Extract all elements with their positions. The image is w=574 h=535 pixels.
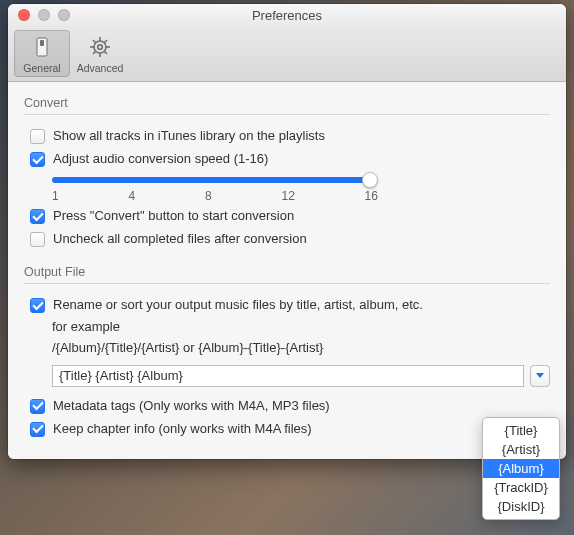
tab-general-label: General — [16, 62, 68, 74]
row-show-all[interactable]: Show all tracks in iTunes library on the… — [24, 125, 550, 148]
tick-1: 1 — [52, 189, 59, 203]
svg-point-3 — [98, 45, 103, 50]
checkbox-show-all[interactable] — [30, 129, 45, 144]
label-adjust-speed: Adjust audio conversion speed (1-16) — [53, 151, 268, 166]
example-line-2: /{Album}/{Title}/{Artist} or {Album}-{Ti… — [52, 338, 550, 359]
tab-advanced[interactable]: Advanced — [72, 30, 128, 77]
label-show-all: Show all tracks in iTunes library on the… — [53, 128, 325, 143]
slider-ticks: 1 4 8 12 16 — [52, 189, 378, 203]
preferences-window: Preferences General — [8, 4, 566, 459]
checkbox-chapter[interactable] — [30, 422, 45, 437]
gear-icon — [87, 34, 113, 60]
checkbox-adjust-speed[interactable] — [30, 152, 45, 167]
token-dropdown-button[interactable] — [530, 365, 550, 387]
toolbar: General — [8, 26, 566, 82]
convert-heading: Convert — [24, 96, 550, 110]
menu-item-trackid[interactable]: {TrackID} — [483, 478, 559, 497]
row-press-convert[interactable]: Press "Convert" button to start conversi… — [24, 205, 550, 228]
content: Convert Show all tracks in iTunes librar… — [8, 82, 566, 459]
row-rename[interactable]: Rename or sort your output music files b… — [24, 294, 550, 317]
menu-item-artist[interactable]: {Artist} — [483, 440, 559, 459]
label-rename: Rename or sort your output music files b… — [53, 297, 423, 312]
label-uncheck-completed: Uncheck all completed files after conver… — [53, 231, 307, 246]
label-press-convert: Press "Convert" button to start conversi… — [53, 208, 294, 223]
svg-line-9 — [104, 51, 107, 54]
row-chapter[interactable]: Keep chapter info (only works with M4A f… — [24, 418, 550, 441]
switch-icon — [29, 34, 55, 60]
divider — [24, 114, 550, 115]
chevron-down-icon — [536, 373, 544, 378]
tab-general[interactable]: General — [14, 30, 70, 77]
example-line-1: for example — [52, 317, 550, 338]
tick-4: 4 — [128, 189, 135, 203]
svg-rect-1 — [40, 40, 44, 46]
tick-8: 8 — [205, 189, 212, 203]
tick-12: 12 — [281, 189, 294, 203]
divider — [24, 283, 550, 284]
speed-slider[interactable] — [52, 177, 370, 183]
checkbox-rename[interactable] — [30, 298, 45, 313]
output-heading: Output File — [24, 265, 550, 279]
menu-item-album[interactable]: {Album} — [483, 459, 559, 478]
checkbox-uncheck-completed[interactable] — [30, 232, 45, 247]
svg-line-8 — [93, 40, 96, 43]
checkbox-press-convert[interactable] — [30, 209, 45, 224]
tick-16: 16 — [365, 189, 378, 203]
menu-item-diskid[interactable]: {DiskID} — [483, 497, 559, 516]
row-metadata[interactable]: Metadata tags (Only works with M4A, MP3 … — [24, 395, 550, 418]
label-chapter: Keep chapter info (only works with M4A f… — [53, 421, 312, 436]
filename-row — [24, 359, 550, 387]
label-metadata: Metadata tags (Only works with M4A, MP3 … — [53, 398, 330, 413]
menu-item-title[interactable]: {Title} — [483, 421, 559, 440]
window-title: Preferences — [8, 8, 566, 23]
row-uncheck-completed[interactable]: Uncheck all completed files after conver… — [24, 228, 550, 251]
slider-thumb[interactable] — [362, 172, 378, 188]
svg-line-10 — [104, 40, 107, 43]
token-menu[interactable]: {Title} {Artist} {Album} {TrackID} {Disk… — [482, 417, 560, 520]
titlebar: Preferences — [8, 4, 566, 26]
example-block: for example /{Album}/{Title}/{Artist} or… — [24, 317, 550, 359]
speed-slider-wrap: 1 4 8 12 16 — [24, 171, 550, 205]
row-adjust-speed[interactable]: Adjust audio conversion speed (1-16) — [24, 148, 550, 171]
tab-advanced-label: Advanced — [74, 62, 126, 74]
filename-input[interactable] — [52, 365, 524, 387]
svg-line-11 — [93, 51, 96, 54]
checkbox-metadata[interactable] — [30, 399, 45, 414]
